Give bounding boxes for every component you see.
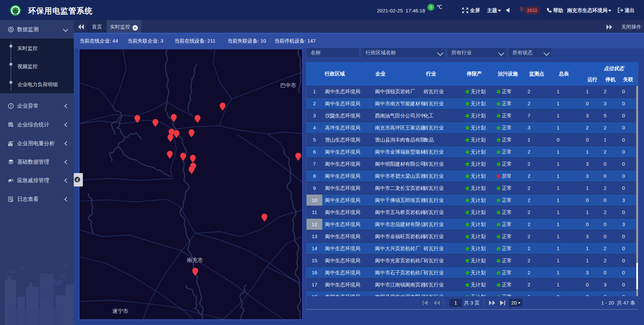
svg-text:巴中市: 巴中市 [280,83,296,88]
svg-text:南充市: 南充市 [187,257,203,263]
svg-text:遂宁市: 遂宁市 [112,308,128,314]
